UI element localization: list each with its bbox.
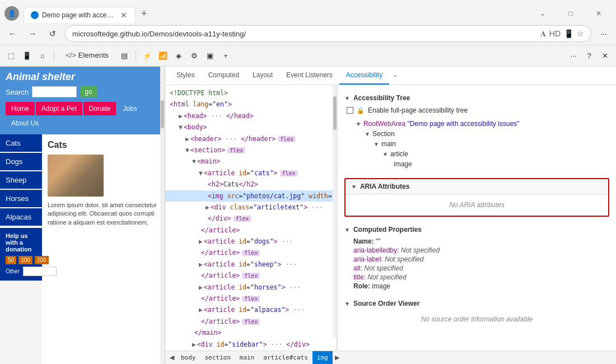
maximize-button[interactable]: □ — [558, 4, 584, 22]
tab-styles[interactable]: Styles — [170, 67, 202, 85]
enable-tree-checkbox[interactable] — [347, 107, 353, 114]
tree-image[interactable]: image — [349, 159, 609, 169]
console-icon[interactable]: ▤ — [118, 49, 131, 63]
star-icon[interactable]: ☆ — [577, 29, 584, 39]
nav-donate[interactable]: Donate — [83, 102, 116, 115]
html-line-article-close[interactable]: </article> — [165, 225, 337, 236]
sidebar-sheep[interactable]: Sheep — [0, 171, 42, 189]
tree-article[interactable]: ▼article — [349, 149, 609, 159]
more-button[interactable]: ··· — [596, 26, 612, 41]
html-line-article-alpacas-close[interactable]: </article>flex — [165, 316, 337, 327]
sidebar-alpacas[interactable]: Alpacas — [0, 208, 42, 226]
tab-elements[interactable]: </> Elements — [59, 46, 115, 65]
breadcrumb-back-button[interactable]: ◀ — [167, 351, 176, 365]
breadcrumb-article-cats[interactable]: article#cats — [259, 351, 312, 365]
html-line-div-sidebar[interactable]: ▶<div id="sidebar"> ··· </div> — [165, 339, 337, 350]
sidebar-horses[interactable]: Horses — [0, 190, 42, 207]
html-line-img[interactable]: <img src="photos/cat.jpg" width="841" he… — [165, 190, 337, 202]
html-line-article-sheep[interactable]: ▶<article id="sheep"> ··· — [165, 259, 337, 270]
page-scrollbar[interactable] — [160, 67, 165, 364]
breadcrumb-main[interactable]: main — [235, 351, 259, 365]
home-icon[interactable]: ⌂ — [36, 49, 49, 63]
accessibility-tree-title[interactable]: ▼ Accessibility Tree — [344, 94, 609, 102]
html-line-header[interactable]: ▶<header> ··· </header>flex — [165, 133, 337, 144]
help-icon[interactable]: ? — [582, 49, 596, 63]
tree-root[interactable]: ▼RootWebArea "Demo page with accessibili… — [349, 119, 609, 129]
html-tree-panel[interactable]: <!DOCTYPE html> <html lang="en"> ▶<head>… — [165, 85, 337, 351]
settings-icon[interactable]: ⚙ — [188, 49, 201, 63]
layers-icon[interactable]: ◈ — [172, 49, 185, 63]
refresh-button[interactable]: ↺ — [45, 26, 60, 41]
breadcrumb-forward-button[interactable]: ▶ — [333, 351, 342, 365]
html-line-html[interactable]: <html lang="en"> — [165, 99, 337, 110]
wifi-icon[interactable]: 📶 — [156, 49, 170, 63]
sidebar-cats[interactable]: Cats — [0, 134, 42, 152]
tree-main[interactable]: ▼main — [349, 139, 609, 149]
html-line-nav[interactable]: ▶<nav id="sitenavigation"> ··· — [165, 350, 337, 351]
inspect-element-icon[interactable]: ⬚ — [4, 49, 18, 63]
nav-adopt[interactable]: Adopt a Pet — [36, 102, 82, 115]
html-line-main-close[interactable]: </main> — [165, 327, 337, 338]
search-button[interactable]: go — [80, 86, 96, 97]
computed-title-key: title: — [353, 273, 367, 281]
donation-title: Help us with a donation — [6, 232, 36, 253]
donation-100[interactable]: 100 — [18, 256, 32, 264]
reader-icon[interactable]: 𝐀 — [540, 29, 546, 39]
close-devtools-icon[interactable]: ✕ — [598, 49, 612, 63]
root-value: "Demo page with accessibility issues" — [407, 120, 519, 128]
phone-icon[interactable]: 📱 — [564, 29, 573, 39]
html-line-main[interactable]: ▼<main> — [165, 156, 337, 167]
accessibility-panel: ▼ Accessibility Tree 🔒 Enable full-page … — [338, 85, 616, 351]
back-button[interactable]: ← — [4, 26, 20, 41]
search-input[interactable] — [32, 86, 77, 97]
sidebar-dogs[interactable]: Dogs — [0, 153, 42, 170]
devtools-toolbar: ⬚ 📱 ⌂ </> Elements ▤ ⚡ 📶 ◈ ⚙ ▣ + ··· ? ✕ — [0, 45, 616, 67]
device2-icon[interactable]: ▣ — [203, 49, 217, 63]
forward-button[interactable]: → — [25, 26, 40, 41]
nav-home[interactable]: Home — [6, 102, 35, 115]
tab-computed[interactable]: Computed — [202, 67, 246, 85]
performance-icon[interactable]: ⚡ — [141, 49, 154, 63]
html-line-article-alpacas[interactable]: ▶<article id="alpacas"> ··· — [165, 304, 337, 315]
tab-event-listeners[interactable]: Event Listeners — [279, 67, 339, 85]
html-tree-scrollbar[interactable] — [333, 85, 337, 337]
computed-label-key: aria-label: — [353, 255, 385, 263]
tree-section[interactable]: ▼Section — [349, 129, 609, 139]
more-icon[interactable]: ··· — [567, 49, 580, 63]
nav-about[interactable]: About Us — [6, 116, 44, 130]
new-tab-button[interactable]: + — [136, 4, 153, 23]
html-line-body[interactable]: ▼<body> — [165, 122, 337, 133]
html-line-article-horses-close[interactable]: </article>flex — [165, 293, 337, 304]
html-line-article-sheep-close[interactable]: </article>flex — [165, 270, 337, 281]
avatar: 👤 — [4, 6, 19, 21]
source-title[interactable]: ▼ Source Order Viewer — [344, 300, 609, 307]
url-bar[interactable]: microsoftedge.github.io/Demos/devtools-a… — [65, 25, 591, 42]
html-line-article-dogs-close[interactable]: </article>flex — [165, 247, 337, 258]
html-line-article-dogs[interactable]: ▶<article id="dogs"> ··· — [165, 236, 337, 247]
html-line-article-horses[interactable]: ▶<article id="horses"> ··· — [165, 282, 337, 293]
panel-more-button[interactable]: ⌄ — [389, 67, 401, 85]
tab-close-button[interactable]: ✕ — [119, 11, 128, 20]
add-icon[interactable]: + — [219, 49, 232, 63]
hd-icon[interactable]: HD — [549, 29, 561, 39]
nav-jobs[interactable]: Jobs — [117, 102, 142, 115]
donation-50[interactable]: 50 — [6, 256, 16, 264]
breadcrumb-body[interactable]: body — [176, 351, 200, 365]
close-button[interactable]: ✕ — [586, 4, 612, 22]
aria-header[interactable]: ▼ ARIA Attributes — [346, 179, 608, 194]
html-line-div-articletext[interactable]: ▶<div class="articletext"> ··· — [165, 202, 337, 213]
breadcrumb-section[interactable]: section — [200, 351, 235, 365]
tab-accessibility[interactable]: Accessibility — [339, 67, 389, 85]
computed-title[interactable]: ▼ Computed Properties — [344, 226, 609, 234]
html-line-h2[interactable]: <h2>Cats</h2> — [165, 179, 337, 190]
url-text: microsoftedge.github.io/Demos/devtools-a… — [72, 30, 537, 38]
active-tab[interactable]: Demo page with accessibility iss ✕ — [24, 7, 136, 23]
device-toolbar-icon[interactable]: 📱 — [20, 49, 34, 63]
minimize-button[interactable]: ⌄ — [530, 4, 556, 22]
breadcrumb-img[interactable]: img — [312, 351, 333, 365]
tab-layout[interactable]: Layout — [246, 67, 279, 85]
html-line-div-close[interactable]: </div>flex — [165, 213, 337, 224]
html-line-head[interactable]: ▶<head> ··· </head> — [165, 110, 337, 122]
html-line-section[interactable]: ▼<section>flex — [165, 144, 337, 156]
html-line-article-cats[interactable]: ▼<article id="cats">flex — [165, 167, 337, 179]
